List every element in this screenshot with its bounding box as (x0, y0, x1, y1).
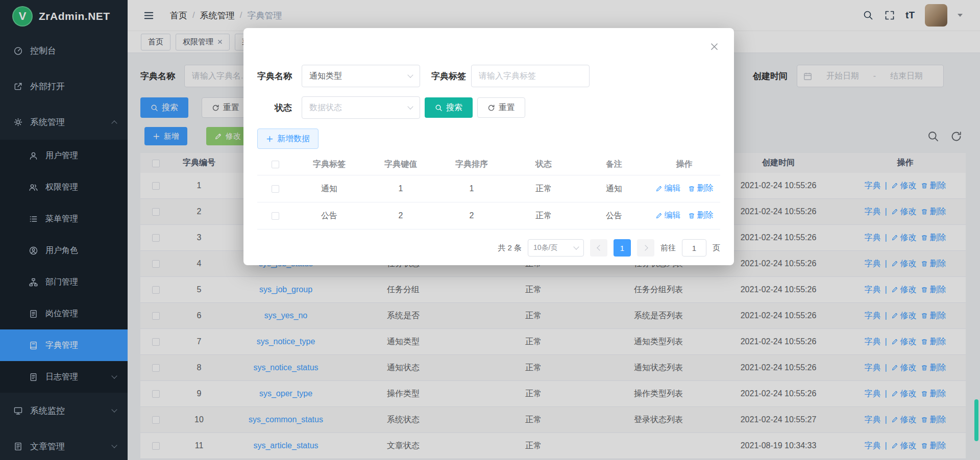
modal-search-label: 搜索 (446, 103, 462, 113)
status-select[interactable]: 数据状态 (302, 96, 420, 119)
remark-cell: 通知 (580, 184, 648, 194)
chevron-left-icon (597, 245, 602, 250)
add-data-button[interactable]: 新增数据 (257, 129, 318, 149)
dict-name-label: 字典名称 (257, 70, 292, 82)
status-select-placeholder: 数据状态 (309, 103, 342, 113)
dict-tag-label: 字典标签 (431, 70, 466, 82)
pagination-total: 共 2 条 (498, 243, 522, 253)
pencil-icon (655, 185, 663, 192)
goto-page-input[interactable] (682, 239, 706, 257)
page-size-value: 10条/页 (533, 243, 557, 252)
pagination: 共 2 条 10条/页 1 前往 页 (257, 239, 720, 257)
chevron-right-icon (642, 245, 648, 250)
value-cell: 2 (365, 211, 436, 220)
chevron-down-icon (407, 104, 413, 109)
dict-data-modal: 字典名称 通知类型 字典标签 状态 数据状态 搜索 重置 (243, 28, 734, 265)
value-cell: 1 (365, 184, 436, 193)
sort-cell: 2 (436, 211, 507, 220)
plus-icon (266, 135, 274, 143)
column-header-remark: 备注 (580, 159, 648, 170)
edit-link[interactable]: 编辑 (655, 183, 681, 194)
edit-link-label: 编辑 (665, 183, 681, 194)
row-checkbox[interactable] (272, 185, 279, 193)
remark-cell: 公告 (580, 211, 648, 221)
dict-tag-input[interactable] (471, 65, 590, 87)
table-body: 通知 1 1 正常 通知 编辑 (257, 175, 720, 229)
modal-form-row-1: 字典名称 通知类型 字典标签 (257, 65, 590, 87)
edit-link-label: 编辑 (665, 210, 681, 221)
prev-page-button[interactable] (590, 239, 607, 257)
status-cell: 正常 (507, 184, 580, 194)
column-header-sort: 字典排序 (436, 159, 507, 170)
chevron-down-icon (573, 244, 579, 249)
trash-icon (688, 212, 695, 219)
scrollbar-thumb[interactable] (974, 399, 978, 441)
delete-link[interactable]: 删除 (688, 183, 714, 194)
status-label: 状态 (257, 102, 292, 114)
dict-name-select[interactable]: 通知类型 (302, 65, 420, 87)
goto-label: 前往 (660, 243, 676, 253)
delete-link-label: 删除 (697, 210, 714, 221)
dict-name-select-value: 通知类型 (309, 71, 342, 82)
refresh-icon (487, 104, 495, 112)
delete-link-label: 删除 (697, 183, 714, 194)
dict-data-table: 字典标签 字典键值 字典排序 状态 备注 操作 通知 1 1 正常 通知 (257, 154, 720, 229)
column-header-operations: 操作 (648, 159, 720, 170)
delete-link[interactable]: 删除 (688, 210, 714, 221)
column-header-status: 状态 (507, 159, 580, 170)
table-row[interactable]: 公告 2 2 正常 公告 编辑 (257, 202, 720, 229)
chevron-down-icon (407, 72, 413, 78)
tag-cell: 通知 (293, 184, 365, 194)
select-all-checkbox[interactable] (272, 161, 279, 168)
table-header: 字典标签 字典键值 字典排序 状态 备注 操作 (257, 154, 720, 175)
column-header-tag: 字典标签 (293, 159, 365, 170)
table-row[interactable]: 通知 1 1 正常 通知 编辑 (257, 175, 720, 202)
trash-icon (688, 185, 695, 192)
pencil-icon (655, 212, 663, 219)
modal-reset-label: 重置 (499, 103, 515, 113)
goto-unit-label: 页 (713, 243, 720, 253)
status-cell: 正常 (507, 211, 580, 221)
add-data-button-label: 新增数据 (277, 134, 310, 144)
next-page-button[interactable] (637, 239, 654, 257)
row-checkbox[interactable] (272, 212, 279, 220)
edit-link[interactable]: 编辑 (655, 210, 681, 221)
tag-cell: 公告 (293, 211, 365, 221)
modal-search-button[interactable]: 搜索 (425, 97, 473, 118)
close-icon[interactable] (710, 42, 719, 51)
modal-form-row-2: 状态 数据状态 搜索 重置 (257, 96, 525, 119)
search-icon (435, 104, 443, 112)
page-number-current[interactable]: 1 (614, 239, 631, 257)
column-header-value: 字典键值 (365, 159, 436, 170)
page-size-select[interactable]: 10条/页 (528, 239, 584, 257)
app-root: V ZrAdmin.NET 控制台 外部打开 系统管理 用户管理 (0, 0, 980, 460)
sort-cell: 1 (436, 184, 507, 193)
modal-reset-button[interactable]: 重置 (477, 97, 525, 118)
